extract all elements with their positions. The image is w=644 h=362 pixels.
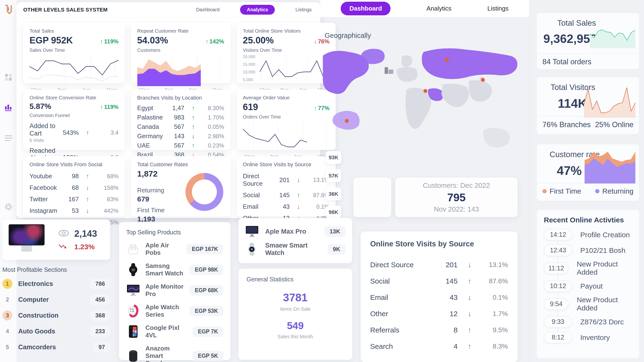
activity-item[interactable]: 9:33Z876/23 Dorc [544,316,632,328]
section-title: Most Profitable Sections [2,266,110,273]
product-views-card: 2,143 1.23% [2,220,110,260]
customers-month-title: Customers: Dec 2022 [423,182,490,190]
map-badge[interactable]: 36K [326,188,341,200]
world-map [322,41,522,166]
card-title: Online Store Visits From Social [30,161,118,168]
branch-row: Canada567↑0.05% [137,123,224,130]
visitors-over-time-chart: 20,00015,00010,0005,000 [243,55,330,86]
card-visits-by-source-small: Online Store Visits by Source Direct Sou… [237,156,336,217]
activity-label: New Product Added [577,260,632,276]
kpi-delta: ↑ 119% [100,104,118,110]
source-row: Direct Source201↓13.1% [370,261,508,269]
kpi-delta: ↑ 119% [100,38,118,45]
map-products-card: Aple Max Pro 13K Smaew Smart Watch 9K [238,218,352,263]
chart-label: Customers [137,48,224,53]
settings-gear-icon[interactable] [4,203,13,211]
section-row[interactable]: 1Electronics786 [2,279,110,289]
product-views: 13K [324,226,346,237]
trend-arrow-icon: ↑ [79,172,96,180]
source-row: Email43↓0.1% [243,203,330,210]
map-zone-tabs: Dashboard Analytics Listings [320,0,529,17]
activity-item[interactable]: 14:12Profile Creation [544,229,632,241]
activity-label: Profile Creation [580,231,630,239]
eye-icon [58,230,69,238]
recent-activities-card: Recent Online Activties 14:12Profile Cre… [536,210,640,359]
map-badge[interactable]: 93K [326,151,341,164]
first-time-value: 1,193 [137,215,224,223]
section-row[interactable]: 2Computer456 [2,294,110,305]
tab-analytics[interactable]: Analytics [426,5,452,12]
trend-down-icon [58,244,69,250]
activity-time: 10:12 [544,280,572,292]
tab-listings[interactable]: Listings [296,7,312,13]
items-on-sale-value: 3781 [246,291,344,304]
visitors-sparkline [584,84,636,118]
product-row[interactable]: 10 Samsng Smart WatchEGP 98K [126,262,223,277]
main-dashboard-panel: OTHER LEVELS SALES SYSTEM Dashboard Anal… [16,2,320,218]
phone-product-icon [126,325,140,338]
tab-analytics-active[interactable]: Analytics [240,5,275,15]
app-title: OTHER LEVELS SALES SYSTEM [23,7,196,13]
sales-sparkline [590,22,636,48]
items-on-sale-label: Items On Sale [246,306,344,312]
social-row: Facebook68↓158% [30,184,118,192]
product-row[interactable]: Aple Air PobsEGP 167K [126,242,223,256]
trend-arrow-icon: ↑ [290,192,308,199]
card-visits-from-social: Online Store Visits From Social Youtube9… [23,156,125,217]
card-branches-visits: Branches Visits by Location Egypt1,47↑8.… [131,89,230,150]
branch-row: Germany143↓2.98% [137,132,224,140]
analytics-bars-icon[interactable] [4,103,13,112]
trend-arrow-icon: ↑ [458,342,482,350]
black-smartwatch-icon: 10 [126,263,140,277]
chart-label: Conversion Funnel [30,113,118,118]
branch-row: UAE567↑0.23% [137,142,224,149]
geographically-heading: Geographically [325,32,371,40]
product-row[interactable]: Anazom Smart SpeakerEGP 5K [126,345,223,362]
card-total-customer-rates: Total Customer Rates 1,872 Returning 679… [131,156,230,217]
card-conversion-funnel: Online Store Conversion Rate 5.87% ↑ 119… [23,89,125,150]
map-badge[interactable]: 98K [326,206,341,219]
product-row[interactable]: Aple Watch SeriesEGP 53K [126,303,223,318]
trend-arrow-icon: ↑ [184,142,202,149]
source-row: Email43↓0.1% [370,293,508,302]
section-row[interactable]: 4Auto Goods233 [2,326,110,336]
activity-item[interactable]: 9:54New Product Added [544,296,632,312]
listings-menu-icon[interactable] [4,134,13,142]
product-row[interactable]: Aple Monitor ProEGP 68K [126,283,223,298]
sidebar-total-visitors-card: Total Visitors 114K 76% Branches 25% Onl… [536,77,640,134]
section-row[interactable]: 5Camcorders97 [2,342,110,352]
activity-time: 14:12 [544,229,572,241]
kpi-value: 54.03% [137,35,168,46]
trend-arrow-icon: ↓ [79,207,96,215]
monitor-product-image [8,224,44,255]
activity-item[interactable]: 10:12Payout [544,280,632,292]
kpi-card-average-order-value: Average Order Value 619 ↑ 77% Orders Ove… [237,89,336,150]
map-product-row[interactable]: Aple Max Pro 13K [245,225,346,239]
section-row[interactable]: 3Construction368 [2,310,110,321]
product-name: Aple Max Pro [265,228,318,235]
product-row[interactable]: Coogle Pixl 4VLEGP 7K [126,324,223,339]
map-product-row[interactable]: Smaew Smart Watch 9K [245,242,346,257]
rank-badge: 1 [2,279,12,289]
tab-listings[interactable]: Listings [487,5,508,12]
speaker-product-icon [126,349,140,362]
kpi-value: 619 [243,102,258,112]
activity-item[interactable]: 12:43P102/21 Bosh [544,244,632,256]
chart-label: Sales Over Time [30,48,118,53]
map-continents [323,48,518,147]
customers-area-chart [137,55,224,86]
activity-item[interactable]: 8:12Inventory [544,331,632,343]
activity-item[interactable]: 11:12New Product Added [544,260,632,276]
tab-dashboard[interactable]: Dashboard [196,7,220,13]
map-badge[interactable]: 57K [326,169,341,182]
tab-dashboard-active[interactable]: Dashboard [341,2,390,15]
trend-arrow-icon: ↑ [458,277,482,285]
returning-dot-icon [595,189,600,193]
activity-label: Payout [580,282,602,290]
red-watch-product-icon [126,304,140,318]
map-building-icon [385,67,394,74]
activity-label: P102/21 Bosh [580,246,625,255]
rank-badge: 4 [2,326,12,336]
trend-arrow-icon: ↓ [458,293,482,302]
dashboard-grid-icon[interactable] [4,73,13,82]
